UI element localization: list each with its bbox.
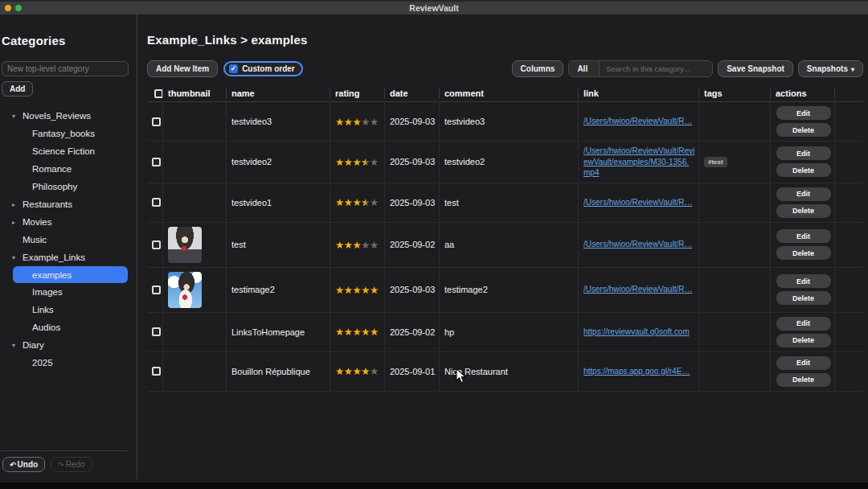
delete-button[interactable]: Delete [776,246,831,260]
undo-button[interactable]: ↶Undo [2,457,45,472]
row-checkbox[interactable] [152,286,161,294]
edit-button[interactable]: Edit [776,356,831,370]
actions-cell: Edit Delete [770,223,834,267]
sidebar-item-images[interactable]: Images [0,283,137,301]
actions-cell: Edit Delete [770,183,834,222]
edit-button[interactable]: Edit [776,146,831,160]
actions-cell: Edit Delete [770,268,834,312]
sidebar-item-romance[interactable]: Romance [0,160,137,178]
item-link[interactable]: https://maps.app.goo.gl/r4E… [583,366,690,377]
item-comment: hp [439,313,578,351]
edit-button[interactable]: Edit [776,317,831,331]
tree-arrow-icon[interactable]: ▸ [12,219,23,226]
row-spacer [834,313,863,351]
edit-button[interactable]: Edit [776,229,831,243]
columns-button[interactable]: Columns [512,60,564,77]
app-window: ReviewVault Categories Add ▾ Novels_Revi… [0,0,868,489]
item-date: 2025-09-03 [384,268,439,312]
star-icon: ★ [370,284,379,296]
thumbnail-image-anime-portrait[interactable] [168,227,202,263]
sidebar-item-links[interactable]: Links [0,301,137,318]
star-icon: ★ [352,326,361,338]
item-link[interactable]: /Users/hwioo/ReviewVault/R… [583,197,692,208]
item-link[interactable]: /Users/hwioo/ReviewVault/R… [583,116,692,127]
search-input[interactable] [600,61,712,76]
tags-cell [698,313,770,351]
rating-stars: ★★★★★★ [335,156,379,168]
row-checkbox[interactable] [152,367,161,376]
sidebar-item-fantasy-books[interactable]: Fantasy_books [0,125,137,142]
edit-button[interactable]: Edit [776,106,831,120]
delete-button[interactable]: Delete [776,373,831,387]
add-new-item-button[interactable]: Add New Item [147,60,218,77]
thumbnail-image-anime-sky[interactable] [168,272,202,308]
redo-button[interactable]: ↷Redo [51,457,92,472]
item-comment: testvideo3 [439,102,578,141]
custom-order-toggle[interactable]: ✓ Custom order [223,61,303,76]
sidebar-category-label: Movies [23,217,51,227]
table-row: testvideo2 ★★★★★★ 2025-09-03 testvideo2 … [147,142,863,183]
delete-button[interactable]: Delete [776,204,831,218]
row-checkbox[interactable] [152,240,161,249]
new-category-input[interactable] [2,61,129,76]
thumbnail-cell [162,183,226,222]
star-icon: ★★ [361,196,370,208]
item-link[interactable]: /Users/hwioo/ReviewVault/ReviewVault/exa… [583,146,695,179]
edit-button[interactable]: Edit [776,274,831,288]
delete-button[interactable]: Delete [776,123,831,137]
tree-arrow-icon[interactable]: ▾ [12,113,23,120]
tree-arrow-icon[interactable]: ▾ [12,342,23,349]
toolbar: Add New Item ✓ Custom order Columns All … [147,60,863,77]
edit-button[interactable]: Edit [776,187,831,201]
sidebar-item-movies[interactable]: ▸ Movies [0,213,137,231]
tree-arrow-icon[interactable]: ▸ [12,201,23,208]
delete-button[interactable]: Delete [776,291,831,305]
col-header-thumbnail: thumbnail [162,88,226,99]
table-row: testvideo3 ★★★★★ 2025-09-03 testvideo3 /… [147,102,863,142]
col-header-date: date [384,88,439,99]
row-checkbox[interactable] [152,117,161,126]
window-title: ReviewVault [0,3,868,13]
save-snapshot-button[interactable]: Save Snapshot [718,60,793,77]
item-link[interactable]: https://reviewvault.q0soft.com [583,327,690,338]
add-category-button[interactable]: Add [2,81,33,97]
checkbox-checked-icon: ✓ [229,64,238,73]
row-checkbox[interactable] [152,327,161,336]
star-icon: ★ [335,239,344,251]
delete-button[interactable]: Delete [776,334,831,347]
delete-button[interactable]: Delete [776,163,831,177]
sidebar-item-audios[interactable]: Audios [0,318,137,336]
item-link[interactable]: /Users/hwioo/ReviewVault/R… [583,284,692,295]
snapshots-menu-button[interactable]: Snapshots▾ [798,60,863,77]
rating-stars: ★★★★★ [335,365,379,377]
item-link[interactable]: /Users/hwioo/ReviewVault/R… [583,239,692,250]
table-row: testvideo1 ★★★★★★ 2025-09-03 test /Users… [147,183,863,223]
sidebar-item-diary[interactable]: ▾ Diary [0,336,137,354]
sidebar-item-science-fiction[interactable]: Science Fiction [0,142,137,160]
filter-field-select[interactable]: All [569,61,600,76]
sidebar-category-label: Science Fiction [32,146,95,156]
star-icon: ★ [352,196,361,208]
tree-arrow-icon[interactable]: ▾ [12,254,23,261]
star-icon: ★ [361,365,370,377]
star-icon: ★ [344,156,353,168]
row-spacer [834,223,863,267]
thumbnail-cell [162,102,226,141]
sidebar-item-novels-reviews[interactable]: ▾ Novels_Reviews [0,107,137,125]
row-checkbox[interactable] [152,158,161,166]
undo-icon: ↶ [10,461,16,469]
row-checkbox[interactable] [152,198,161,207]
star-icon: ★★ [361,156,370,168]
sidebar-item-restaurants[interactable]: ▸ Restaurants [0,195,137,213]
sidebar-item-philosophy[interactable]: Philosophy [0,178,137,195]
category-tree: ▾ Novels_Reviews Fantasy_books Science F… [0,107,137,372]
col-header-spacer [834,88,863,99]
sidebar-item-examples[interactable]: examples [13,266,128,283]
sidebar-item-music[interactable]: Music [0,231,137,249]
actions-cell: Edit Delete [770,352,834,391]
sidebar-item-2025[interactable]: 2025 [0,354,137,372]
sidebar-item-example-links[interactable]: ▾ Example_Links [0,249,137,266]
star-icon: ★ [352,239,361,251]
star-icon: ★ [361,326,370,338]
tags-cell [698,268,770,312]
